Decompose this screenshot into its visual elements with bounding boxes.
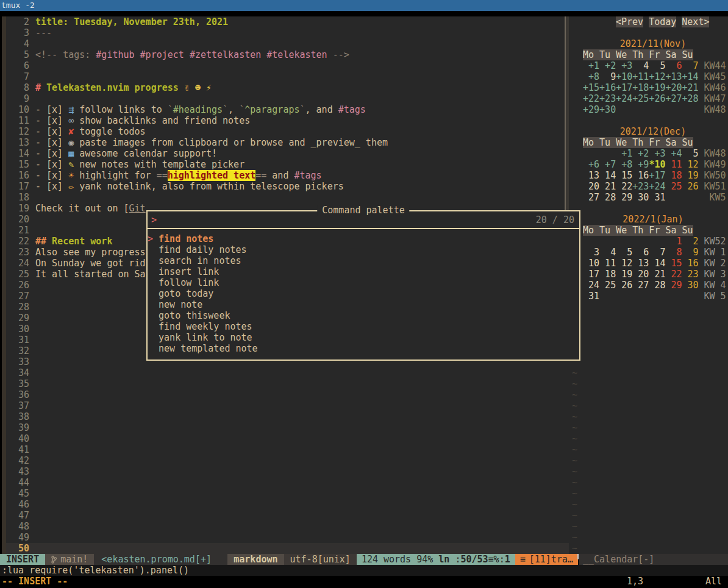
calendar-day[interactable]: +30 — [599, 104, 616, 115]
calendar-day[interactable]: 12 — [682, 159, 699, 170]
calendar-day[interactable]: +23 — [632, 181, 649, 192]
calendar-day[interactable]: +1 — [616, 148, 632, 159]
editor-line[interactable]: 45 — [6, 488, 569, 499]
calendar-day[interactable]: 15 — [665, 258, 682, 269]
calendar-day[interactable]: 19 — [616, 269, 632, 280]
calendar-day[interactable]: +3 — [616, 60, 632, 71]
calendar-day[interactable]: 5 — [649, 60, 665, 71]
editor-line[interactable]: 35 — [6, 378, 569, 389]
calendar-day[interactable]: 14 — [599, 170, 616, 181]
calendar-day[interactable]: 23 — [682, 269, 699, 280]
calendar-day[interactable]: 28 — [599, 192, 616, 203]
palette-item[interactable]: insert link — [148, 266, 579, 277]
editor-line[interactable]: 36 — [6, 389, 569, 400]
calendar-day[interactable]: +21 — [682, 82, 699, 93]
calendar-day[interactable]: 24 — [583, 280, 599, 291]
calendar-day[interactable]: +26 — [649, 93, 665, 104]
calendar-day[interactable]: +24 — [616, 93, 632, 104]
calendar-day[interactable]: 29 — [665, 280, 682, 291]
calendar-day[interactable]: 20 — [583, 181, 599, 192]
calendar-day[interactable]: 25 — [599, 280, 616, 291]
calendar-day[interactable]: +8 — [616, 159, 632, 170]
calendar-day[interactable]: 16 — [682, 258, 699, 269]
calendar-day[interactable]: +2 — [632, 148, 649, 159]
palette-item[interactable]: follow link — [148, 277, 579, 288]
editor-line[interactable]: 9 — [6, 93, 569, 104]
calendar-day[interactable]: +11 — [632, 71, 649, 82]
calendar-day[interactable]: +9 — [632, 159, 649, 170]
editor-line[interactable]: 6 — [6, 60, 569, 71]
editor-line[interactable]: 4 — [6, 38, 569, 49]
calendar-day[interactable]: 26 — [682, 181, 699, 192]
calendar-day[interactable]: 31 — [583, 291, 599, 302]
calendar-day[interactable]: +10 — [616, 71, 632, 82]
calendar-day[interactable]: 16 — [632, 170, 649, 181]
calendar-day[interactable]: 12 — [616, 258, 632, 269]
editor-line[interactable]: 18 — [6, 192, 569, 203]
calendar-day[interactable]: 30 — [632, 192, 649, 203]
calendar-day[interactable]: 14 — [649, 258, 665, 269]
calendar-day[interactable]: +29 — [583, 104, 599, 115]
editor-line[interactable]: 41 — [6, 444, 569, 455]
calendar-day[interactable]: 18 — [665, 170, 682, 181]
calendar-day[interactable]: 7 — [682, 60, 699, 71]
calendar-day[interactable]: 13 — [583, 170, 599, 181]
calendar-day[interactable]: 27 — [632, 280, 649, 291]
palette-item[interactable]: new note — [148, 299, 579, 310]
calendar-day[interactable]: 2 — [682, 236, 699, 247]
calendar-day[interactable]: +15 — [583, 82, 599, 93]
calendar-day[interactable]: +27 — [665, 93, 682, 104]
palette-item[interactable]: > find notes — [148, 233, 579, 244]
calendar-day[interactable]: 29 — [616, 192, 632, 203]
palette-item[interactable]: yank link to note — [148, 332, 579, 343]
calendar-day[interactable]: +8 — [583, 71, 599, 82]
calendar-day[interactable]: 15 — [616, 170, 632, 181]
calendar-day[interactable]: +17 — [616, 82, 632, 93]
calendar-day[interactable]: 6 — [632, 247, 649, 258]
calendar-day[interactable]: *10 — [649, 159, 665, 170]
calendar-day[interactable]: 9 — [682, 247, 699, 258]
calendar-prev-button[interactable]: <Prev — [616, 16, 643, 27]
editor-line[interactable]: 7 — [6, 71, 569, 82]
editor-line[interactable]: 49 — [6, 532, 569, 543]
calendar-day[interactable]: 1 — [665, 236, 682, 247]
calendar-day[interactable]: 28 — [649, 280, 665, 291]
editor-line[interactable]: 46 — [6, 499, 569, 510]
calendar-day[interactable]: 21 — [649, 269, 665, 280]
calendar-day[interactable]: 4 — [599, 247, 616, 258]
editor-line[interactable]: 37 — [6, 400, 569, 411]
calendar-day[interactable]: 3 — [583, 247, 599, 258]
calendar-day[interactable]: +14 — [682, 71, 699, 82]
tab-segment[interactable]: ≡[11]tra… — [515, 554, 578, 565]
editor-line[interactable]: 16- [x] ☀ highlight for ==highlighted te… — [6, 170, 569, 181]
calendar-day[interactable]: +24 — [649, 181, 665, 192]
calendar-day[interactable]: 20 — [632, 269, 649, 280]
editor-line[interactable]: 11- [x] ∞ show backlinks and friend note… — [6, 115, 569, 126]
calendar-day[interactable]: +2 — [599, 60, 616, 71]
calendar-day[interactable]: +19 — [649, 82, 665, 93]
command-line[interactable]: :lua require('telekasten').panel() — [0, 565, 728, 576]
calendar-day[interactable]: 11 — [599, 258, 616, 269]
calendar-day[interactable]: +16 — [599, 82, 616, 93]
calendar-day[interactable]: 22 — [665, 269, 682, 280]
calendar-day[interactable]: +28 — [682, 93, 699, 104]
calendar-day[interactable]: 31 — [649, 192, 665, 203]
calendar-day[interactable]: 8 — [665, 247, 682, 258]
editor-line[interactable]: 48 — [6, 521, 569, 532]
calendar-day[interactable]: +17 — [649, 170, 665, 181]
calendar-day[interactable]: +23 — [599, 93, 616, 104]
editor-line[interactable]: 50 — [6, 543, 569, 554]
calendar-day[interactable]: +12 — [649, 71, 665, 82]
editor-line[interactable]: 47 — [6, 510, 569, 521]
editor-line[interactable]: 40 — [6, 433, 569, 444]
calendar-day[interactable]: +7 — [599, 159, 616, 170]
editor-line[interactable]: 38 — [6, 411, 569, 422]
calendar-day[interactable]: 7 — [649, 247, 665, 258]
calendar-day[interactable]: +22 — [583, 93, 599, 104]
calendar-day[interactable]: +1 — [583, 60, 599, 71]
calendar-day[interactable]: +25 — [632, 93, 649, 104]
calendar-day[interactable]: 11 — [665, 159, 682, 170]
palette-item[interactable]: goto thisweek — [148, 310, 579, 321]
calendar-day[interactable]: 18 — [599, 269, 616, 280]
calendar-next-button[interactable]: Next> — [682, 16, 709, 27]
